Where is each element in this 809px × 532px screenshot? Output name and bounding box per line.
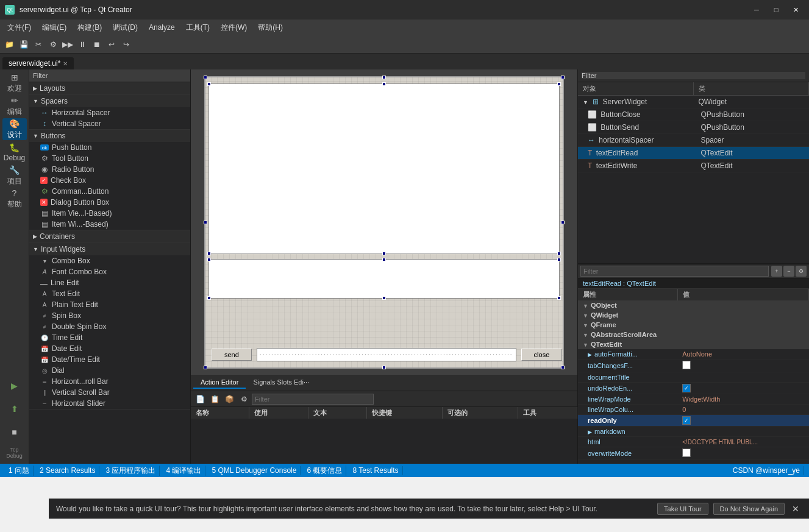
debug-tool[interactable]: 🐛 Debug xyxy=(2,141,27,163)
sidebar-item-check-box[interactable]: ✓ Check Box xyxy=(29,175,190,186)
section-qframe[interactable]: ▼QFrame xyxy=(578,320,809,330)
sidebar-item-date-edit[interactable]: 📅 Date Edit xyxy=(29,343,190,354)
toolbar-btn-2[interactable]: 💾 xyxy=(17,38,30,51)
prop-val-overwritemode[interactable] xyxy=(677,447,808,460)
sidebar-item-dialog-button-box[interactable]: ✕ Dialog Button Box xyxy=(29,197,190,208)
tabchanges-checkbox[interactable] xyxy=(682,361,691,369)
status-search[interactable]: 2 Search Results xyxy=(36,466,99,475)
status-summary[interactable]: 6 概要信息 xyxy=(303,466,346,476)
inner-handle-bl[interactable] xyxy=(207,252,211,255)
tree-row-buttonclose[interactable]: ⬜ ButtonClose QPushButton xyxy=(578,108,809,121)
do-not-show-button[interactable]: Do Not Show Again xyxy=(713,503,785,515)
welcome-tool[interactable]: ⊞ 欢迎 xyxy=(2,72,27,94)
section-qobject[interactable]: ▼QObject xyxy=(578,300,809,310)
tree-row-texteditwrite[interactable]: T textEditWrite QTextEdit xyxy=(578,160,809,172)
maximize-button[interactable]: □ xyxy=(768,4,785,16)
status-output[interactable]: 3 应用程序输出 xyxy=(102,466,160,476)
write-handle-br[interactable] xyxy=(557,296,561,300)
toolbar-btn-4[interactable]: ⚙ xyxy=(46,38,60,51)
inner-handle-br[interactable] xyxy=(557,252,561,255)
sidebar-item-line-edit[interactable]: Line Edit xyxy=(29,277,190,288)
undoredo-checkbox[interactable] xyxy=(682,384,691,392)
status-compile[interactable]: 4 编译输出 xyxy=(162,466,205,476)
menu-help[interactable]: 帮助(H) xyxy=(253,21,288,34)
help-tool[interactable]: ? 帮助 xyxy=(2,188,27,210)
section-qtextedit[interactable]: ▼QTextEdit xyxy=(578,339,809,349)
text-edit-read-area[interactable] xyxy=(208,83,560,254)
toolbar-btn-7[interactable]: ⏹ xyxy=(90,38,104,51)
project-tool[interactable]: 🔧 项目 xyxy=(2,165,27,186)
sidebar-item-vertical-spacer[interactable]: ↕ Vertical Spacer xyxy=(29,118,190,129)
section-qabstractscrollarea[interactable]: ▼QAbstractScrollArea xyxy=(578,330,809,339)
action-delete-btn[interactable]: 📦 xyxy=(223,392,236,406)
inner-handle-tl[interactable] xyxy=(207,82,211,86)
sidebar-item-tool-button[interactable]: ⚙ Tool Button xyxy=(29,153,190,164)
sidebar-filter-input[interactable] xyxy=(33,72,187,79)
debug-run-tool[interactable]: ⬆ xyxy=(2,398,27,420)
write-handle-tm[interactable] xyxy=(382,258,386,261)
menu-analyze[interactable]: Analyze xyxy=(144,22,180,33)
sidebar-item-radio-button[interactable]: ◉ Radio Button xyxy=(29,164,190,175)
text-edit-write-area[interactable] xyxy=(208,259,560,299)
tab-serverwidget[interactable]: serverwidget.ui* ✕ xyxy=(2,57,74,69)
action-add-btn[interactable]: 📄 xyxy=(193,392,207,406)
toolbar-btn-6[interactable]: ⏸ xyxy=(76,38,89,51)
menu-file[interactable]: 文件(F) xyxy=(2,21,36,34)
sidebar-item-text-edit[interactable]: A Text Edit xyxy=(29,288,190,299)
readonly-checkbox[interactable] xyxy=(682,416,691,425)
close-button[interactable]: ✕ xyxy=(787,4,804,16)
menu-tools[interactable]: 工具(T) xyxy=(181,21,215,34)
designer-canvas[interactable]: send ···································… xyxy=(191,69,577,375)
prop-overwritemode[interactable]: overwriteMode xyxy=(578,447,809,460)
sidebar-item-horizontal-slider[interactable]: ─ Horizontal Slider xyxy=(29,398,190,409)
prop-readonly[interactable]: readOnly xyxy=(578,415,809,427)
close-button[interactable]: close xyxy=(521,349,563,361)
sidebar-item-plain-text-edit[interactable]: A Plain Text Edit xyxy=(29,299,190,310)
sidebar-item-horizontal-scroll[interactable]: ═ Horizont...roll Bar xyxy=(29,376,190,387)
sidebar-item-dial[interactable]: ◎ Dial xyxy=(29,365,190,376)
tree-row-serverwidget[interactable]: ▼ ⊞ ServerWidget QWidget xyxy=(578,96,809,108)
take-tour-button[interactable]: Take UI Tour xyxy=(657,503,708,515)
prop-val-undoredo[interactable] xyxy=(677,383,808,394)
tree-row-hspacer[interactable]: ↔ horizontalSpacer Spacer xyxy=(578,134,809,147)
write-handle-tl[interactable] xyxy=(207,258,211,261)
tree-row-buttonsend[interactable]: ⬜ ButtonSend QPushButton xyxy=(578,121,809,134)
prop-markdown[interactable]: ▶markdown xyxy=(578,427,809,437)
sidebar-item-item-widget-based[interactable]: ▤ Item Wi...-Based) xyxy=(29,219,190,230)
action-copy-btn[interactable]: 📋 xyxy=(208,392,221,406)
toolbar-btn-1[interactable]: 📁 xyxy=(2,38,16,51)
design-tool[interactable]: 🎨 设计 xyxy=(2,118,27,140)
layouts-header[interactable]: ▶ Layouts xyxy=(29,82,190,94)
run-tool[interactable]: ▶ xyxy=(2,375,27,397)
write-handle-tr[interactable] xyxy=(557,258,561,261)
status-tests[interactable]: 8 Test Results xyxy=(349,466,402,475)
sidebar-item-item-view-based[interactable]: ▤ Item Vie...l-Based) xyxy=(29,208,190,219)
prop-html[interactable]: html <!DOCTYPE HTML PUBL... xyxy=(578,437,809,447)
object-filter-input[interactable] xyxy=(582,72,805,79)
sidebar-item-time-edit[interactable]: 🕐 Time Edit xyxy=(29,332,190,343)
inner-handle-bm[interactable] xyxy=(382,252,386,255)
minimize-button[interactable]: ─ xyxy=(748,4,765,16)
action-settings-btn[interactable]: ⚙ xyxy=(237,392,251,406)
menu-edit[interactable]: 编辑(E) xyxy=(37,21,71,34)
overwritemode-checkbox[interactable] xyxy=(682,449,691,457)
write-handle-bm[interactable] xyxy=(382,296,386,300)
tree-row-texteditread[interactable]: T textEditRead QTextEdit xyxy=(578,147,809,160)
section-qwidget[interactable]: ▼QWidget xyxy=(578,310,809,320)
sidebar-item-command-button[interactable]: ⚙ Comman...Button xyxy=(29,186,190,197)
prop-val-readonly[interactable] xyxy=(677,415,808,427)
toolbar-btn-8[interactable]: ↩ xyxy=(105,38,118,51)
props-icon-plus[interactable]: + xyxy=(771,266,782,277)
prop-doctitle[interactable]: documentTitle xyxy=(578,372,809,383)
containers-header[interactable]: ▶ Containers xyxy=(29,230,190,243)
prop-tabchanges[interactable]: tabChangesF... xyxy=(578,360,809,372)
toolbar-btn-3[interactable]: ✂ xyxy=(32,38,45,51)
status-problems[interactable]: 1 问题 xyxy=(5,466,34,476)
send-button[interactable]: send xyxy=(212,349,252,361)
prop-linewrapcol[interactable]: lineWrapColu... 0 xyxy=(578,405,809,415)
tab-close-icon[interactable]: ✕ xyxy=(63,60,68,67)
inner-handle-tm[interactable] xyxy=(382,82,386,86)
status-qml-debug[interactable]: 5 QML Debugger Console xyxy=(208,466,301,475)
sidebar-item-horizontal-spacer[interactable]: ↔ Horizontal Spacer xyxy=(29,107,190,118)
spacers-header[interactable]: ▼ Spacers xyxy=(29,95,190,107)
